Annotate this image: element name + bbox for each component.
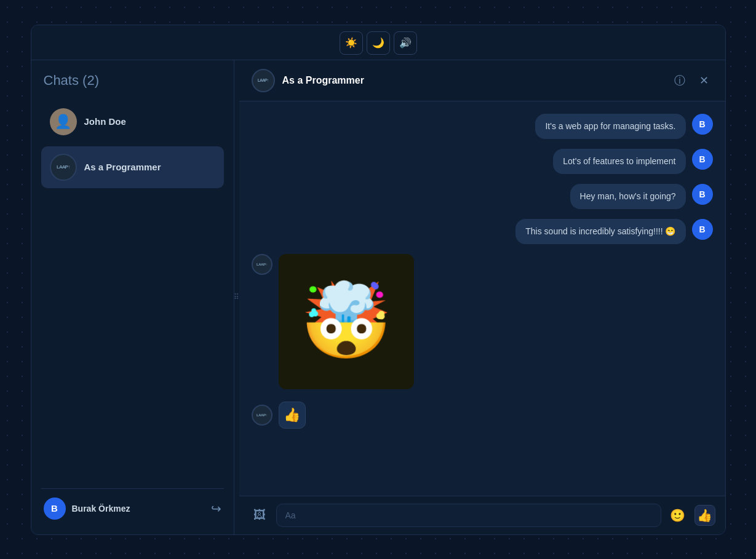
avatar-sender-1: B: [692, 114, 713, 135]
chat-item-john-doe[interactable]: John Doe: [41, 101, 224, 143]
user-avatar: B: [44, 498, 66, 520]
table-row: B It's a web app for managing tasks.: [252, 114, 713, 139]
chat-header-actions: ⓘ ✕: [671, 72, 713, 89]
chat-input-area: 🖼 🙂 👍: [239, 496, 725, 534]
emoji-image-message: 🤯: [279, 254, 414, 389]
user-name: Burak Örkmez: [72, 504, 130, 513]
message-bubble-1: It's a web app for managing tasks.: [535, 114, 685, 139]
info-button[interactable]: ⓘ: [671, 72, 688, 89]
sidebar-count: (2): [82, 73, 99, 88]
main-area: Chats (2) John Doe LAAP↑ As a Programmer: [31, 60, 725, 534]
avatar-programmer: LAAP↑: [50, 154, 77, 181]
thumbs-up-reaction[interactable]: 👍: [279, 402, 306, 429]
messages-area[interactable]: B It's a web app for managing tasks. B L…: [239, 101, 725, 496]
sidebar: Chats (2) John Doe LAAP↑ As a Programmer: [31, 60, 234, 534]
chat-name-programmer: As a Programmer: [84, 162, 161, 172]
app-container: ☀️ 🌙 🔊 Chats (2) John Doe LAAP↑ As a Pro…: [31, 25, 726, 535]
top-toolbar: ☀️ 🌙 🔊: [31, 25, 725, 60]
user-info: B Burak Örkmez: [44, 498, 130, 520]
avatar-sender-2: B: [692, 149, 713, 170]
sidebar-chats-label: Chats: [44, 73, 79, 88]
message-bubble-3: Hey man, how's it going?: [570, 184, 686, 209]
theme-light-button[interactable]: ☀️: [340, 31, 363, 55]
resize-handle[interactable]: ⠿: [234, 60, 239, 534]
avatar-john-doe: [50, 108, 77, 135]
avatar-bot: LAAP↑: [252, 254, 273, 275]
reaction-row: LAAP↑ 👍: [252, 399, 713, 431]
like-button[interactable]: 👍: [694, 505, 715, 526]
chat-item-programmer[interactable]: LAAP↑ As a Programmer: [41, 146, 224, 188]
emoji-button[interactable]: 🙂: [667, 505, 688, 526]
chat-header-avatar: LAAP↑: [252, 69, 275, 92]
message-bubble-4: This sound is incredibly satisfying!!!! …: [515, 219, 685, 244]
close-button[interactable]: ✕: [696, 72, 713, 89]
table-row: B This sound is incredibly satisfying!!!…: [252, 219, 713, 244]
chat-list: John Doe LAAP↑ As a Programmer: [41, 101, 224, 482]
table-row: LAAP↑ 🤯: [252, 254, 713, 389]
chat-header: LAAP↑ As a Programmer ⓘ ✕: [239, 60, 725, 101]
theme-dark-button[interactable]: 🌙: [367, 31, 390, 55]
attach-image-button[interactable]: 🖼: [249, 505, 270, 526]
chat-name-john-doe: John Doe: [84, 116, 126, 127]
message-input[interactable]: [276, 504, 661, 527]
sidebar-footer: B Burak Örkmez ↪: [41, 488, 224, 522]
message-bubble-2: Lot's of features to implement: [553, 149, 685, 174]
sound-button[interactable]: 🔊: [394, 31, 417, 55]
table-row: B Hey man, how's it going?: [252, 184, 713, 209]
avatar-sender-3: B: [692, 184, 713, 205]
avatar-sender-4: B: [692, 219, 713, 240]
chat-header-left: LAAP↑ As a Programmer: [252, 69, 364, 92]
table-row: B Lot's of features to implement: [252, 149, 713, 174]
chat-area: LAAP↑ As a Programmer ⓘ ✕ B It's a web a…: [239, 60, 725, 534]
logout-button[interactable]: ↪: [211, 501, 221, 516]
chat-header-name: As a Programmer: [282, 75, 364, 86]
avatar-bot-reaction: LAAP↑: [252, 405, 273, 426]
sidebar-title: Chats (2): [41, 73, 224, 89]
